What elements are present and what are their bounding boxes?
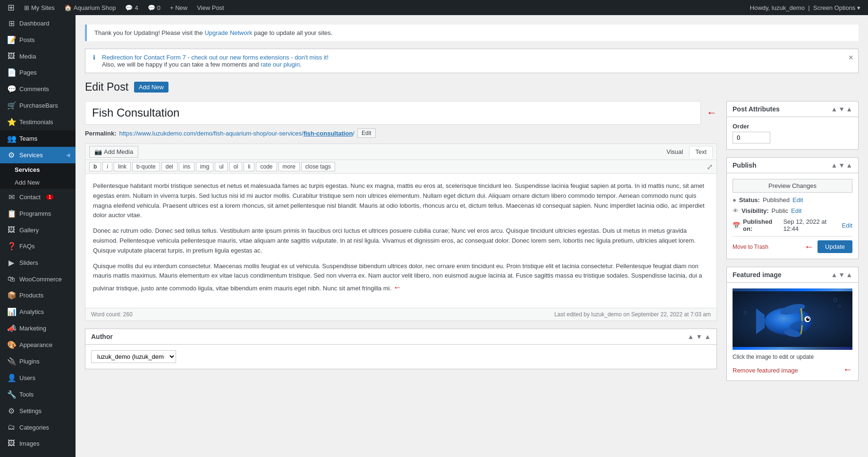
btn-img[interactable]: img xyxy=(196,162,213,171)
sidebar-item-images[interactable]: 🖼 Images xyxy=(0,435,76,451)
sidebar-item-purchasebars[interactable]: 🛒 PurchaseBars xyxy=(0,97,76,114)
btn-ol[interactable]: ol xyxy=(229,162,242,171)
author-meta-box-header[interactable]: Author ▲ ▼ ▲ xyxy=(85,329,716,345)
move-to-trash-link[interactable]: Move to Trash xyxy=(733,244,768,250)
submenu-item-services[interactable]: Services xyxy=(0,163,76,176)
btn-code[interactable]: code xyxy=(256,162,277,171)
editor-content[interactable]: Pellentesque habitant morbi tristique se… xyxy=(85,174,716,308)
pub-toggle-up[interactable]: ▲ xyxy=(831,161,837,169)
toggle-up-icon[interactable]: ▲ xyxy=(687,333,694,340)
word-count-label: Word count: 260 xyxy=(91,311,133,318)
sidebar-item-faqs[interactable]: ❓ FAQs xyxy=(0,238,76,254)
fi-close[interactable]: ▲ xyxy=(846,271,852,279)
sidebar-item-teams[interactable]: 👥 Teams xyxy=(0,130,76,147)
wp-logo-button[interactable]: ⊞ xyxy=(4,0,18,15)
post-title-input[interactable] xyxy=(85,101,701,125)
programms-icon: 📋 xyxy=(7,209,16,218)
btn-link[interactable]: link xyxy=(114,162,131,171)
order-input[interactable] xyxy=(733,132,770,144)
view-post-button[interactable]: View Post xyxy=(193,0,228,15)
visibility-edit-link[interactable]: Edit xyxy=(791,207,801,214)
submenu-label: Add New xyxy=(15,179,40,186)
sidebar-item-tools[interactable]: 🔧 Tools xyxy=(0,386,76,403)
svg-point-10 xyxy=(808,318,809,319)
sidebar-item-categories[interactable]: 🗂 Categories xyxy=(0,419,76,435)
btn-ins[interactable]: ins xyxy=(179,162,194,171)
sidebar-item-woocommerce[interactable]: 🛍 WooCommerce xyxy=(0,271,76,287)
btn-close-tags[interactable]: close tags xyxy=(301,162,335,171)
featured-image-preview[interactable] xyxy=(733,288,852,350)
plugin-notice-link[interactable]: Redirection for Contact Form 7 - check o… xyxy=(102,54,329,61)
sidebar-item-services[interactable]: ⚙ Services ◀ xyxy=(0,147,76,163)
featured-image-caption: Click the image to edit or update xyxy=(733,354,852,360)
update-button[interactable]: Update xyxy=(817,240,852,253)
visibility-label: Visibility: xyxy=(742,207,769,214)
published-edit-link[interactable]: Edit xyxy=(842,222,852,229)
author-select[interactable]: luzuk_demo (luzuk_demo) xyxy=(91,350,176,363)
preview-changes-button[interactable]: Preview Changes xyxy=(733,179,852,193)
sidebar-item-plugins[interactable]: 🔌 Plugins xyxy=(0,353,76,370)
sidebar-item-pages[interactable]: 📄 Pages xyxy=(0,64,76,81)
submenu-item-add-new[interactable]: Add New xyxy=(0,176,76,189)
publish-box-header[interactable]: Publish ▲ ▼ ▲ xyxy=(727,158,858,173)
btn-bquote[interactable]: b-quote xyxy=(132,162,160,171)
plugins-icon: 🔌 xyxy=(7,357,16,366)
add-media-button[interactable]: 📷 Add Media xyxy=(89,146,138,158)
sidebar-item-comments[interactable]: 💬 Comments xyxy=(0,81,76,97)
upgrade-network-link[interactable]: Upgrade Network xyxy=(204,29,252,36)
fi-toggle-up[interactable]: ▲ xyxy=(831,271,837,279)
marketing-icon: 📣 xyxy=(7,324,16,333)
screen-options-button[interactable]: Screen Options xyxy=(813,4,856,11)
sidebar-item-marketing[interactable]: 📣 Marketing xyxy=(0,320,76,337)
btn-ul[interactable]: ul xyxy=(215,162,228,171)
comments-button[interactable]: 💬 4 xyxy=(121,0,142,15)
pa-close[interactable]: ▲ xyxy=(846,105,852,113)
btn-del[interactable]: del xyxy=(161,162,177,171)
sidebar-item-users[interactable]: 👤 Users xyxy=(0,370,76,386)
btn-bold[interactable]: b xyxy=(89,162,101,171)
pub-toggle-down[interactable]: ▼ xyxy=(838,161,845,169)
toggle-down-icon[interactable]: ▼ xyxy=(696,333,702,340)
sidebar-item-programms[interactable]: 📋 Programms xyxy=(0,205,76,222)
add-new-button[interactable]: Add New xyxy=(134,82,169,93)
rate-plugin-link[interactable]: rate our plugin xyxy=(261,61,300,68)
featured-image-header[interactable]: Featured image ▲ ▼ ▲ xyxy=(727,267,858,283)
comment-pending-button[interactable]: 💬 0 xyxy=(144,0,164,15)
plugin-notice-close[interactable]: × xyxy=(848,53,853,63)
sidebar-item-appearance[interactable]: 🎨 Appearance xyxy=(0,337,76,353)
sidebar-item-products[interactable]: 📦 Products xyxy=(0,287,76,304)
my-sites-button[interactable]: ⊞ My Sites xyxy=(20,0,59,15)
btn-li[interactable]: li xyxy=(244,162,254,171)
post-attributes-header[interactable]: Post Attributes ▲ ▼ ▲ xyxy=(727,102,858,117)
tab-text[interactable]: Text xyxy=(689,146,713,158)
pub-close[interactable]: ▲ xyxy=(846,161,852,169)
add-media-icon: 📷 xyxy=(94,148,102,155)
site-name-button[interactable]: 🏠 Aquarium Shop xyxy=(60,0,120,15)
fullscreen-button[interactable]: ⤢ xyxy=(707,162,713,171)
content-arrow: ← xyxy=(393,283,402,292)
permalink-url[interactable]: https://www.luzukdemo.com/demo/fish-aqua… xyxy=(119,130,354,137)
new-button[interactable]: + New xyxy=(166,0,191,15)
sidebar-item-gallery[interactable]: 🖼 Gallery xyxy=(0,222,76,238)
sidebar-item-settings[interactable]: ⚙ Settings xyxy=(0,403,76,419)
tab-visual[interactable]: Visual xyxy=(660,146,689,158)
remove-featured-image-link[interactable]: Remove featured image xyxy=(733,367,798,374)
sidebar-item-sliders[interactable]: ▶ Sliders xyxy=(0,254,76,271)
edit-slug-button[interactable]: Edit xyxy=(357,128,376,138)
fi-toggle-down[interactable]: ▼ xyxy=(838,271,845,279)
featured-image-svg xyxy=(733,288,852,350)
sidebar-item-contact[interactable]: ✉ Contact 1 xyxy=(0,189,76,205)
btn-italic[interactable]: i xyxy=(102,162,112,171)
visibility-icon: 👁 xyxy=(733,207,739,214)
notice-text-post: page to update all your sites. xyxy=(253,29,333,36)
status-edit-link[interactable]: Edit xyxy=(792,196,803,203)
sidebar-item-media[interactable]: 🖼 Media xyxy=(0,48,76,64)
sidebar-item-dashboard[interactable]: ⊞ Dashboard xyxy=(0,15,76,32)
toggle-close-icon[interactable]: ▲ xyxy=(704,333,711,340)
sidebar-item-analytics[interactable]: 📊 Analytics xyxy=(0,304,76,320)
pa-toggle-up[interactable]: ▲ xyxy=(831,105,837,113)
pa-toggle-down[interactable]: ▼ xyxy=(838,105,845,113)
btn-more[interactable]: more xyxy=(278,162,300,171)
sidebar-item-testimonials[interactable]: ⭐ Testimonials xyxy=(0,114,76,130)
sidebar-item-posts[interactable]: 📝 Posts xyxy=(0,32,76,48)
